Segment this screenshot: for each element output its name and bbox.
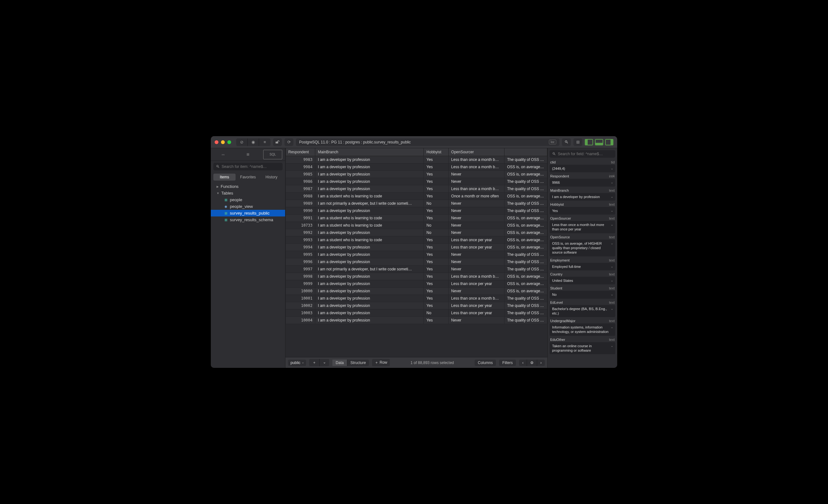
page-next-button[interactable]: › bbox=[537, 360, 545, 366]
cell[interactable]: 9986 bbox=[286, 178, 315, 185]
maximize-window-button[interactable] bbox=[227, 140, 231, 144]
inspector-search[interactable]: 🔍︎ Search for field: ^name$… bbox=[549, 150, 615, 158]
toggle-left-panel[interactable] bbox=[585, 139, 593, 145]
table-row[interactable]: 9991I am a student who is learning to co… bbox=[286, 215, 547, 222]
cell[interactable]: Yes bbox=[424, 178, 449, 185]
field-value[interactable]: Taken an online course in programming or… bbox=[549, 342, 615, 354]
table-row[interactable]: 10003I am a developer by professionNoLes… bbox=[286, 309, 547, 317]
cell[interactable]: I am a developer by profession bbox=[315, 207, 424, 215]
cell[interactable]: 9990 bbox=[286, 207, 315, 215]
field-value[interactable]: United States bbox=[549, 277, 615, 284]
cell[interactable]: OSS is, on average, o… bbox=[504, 288, 547, 295]
cell[interactable]: Yes bbox=[424, 295, 449, 302]
table-row[interactable]: 9997I am not primarily a developer, but … bbox=[286, 266, 547, 273]
cell[interactable]: I am a student who is learning to code bbox=[315, 193, 424, 200]
cell[interactable]: 10000 bbox=[286, 288, 315, 295]
cell[interactable]: Yes bbox=[424, 288, 449, 295]
field-value[interactable]: Less than once a month but more than onc… bbox=[549, 221, 615, 233]
cell[interactable]: Yes bbox=[424, 171, 449, 178]
preview-icon[interactable]: ◉ bbox=[248, 138, 259, 146]
columns-button[interactable]: Columns bbox=[474, 360, 496, 366]
cell[interactable]: OSS is, on average, o… bbox=[504, 273, 547, 280]
cell[interactable]: Less than once a month b… bbox=[449, 185, 504, 193]
cancel-icon[interactable]: ⊘ bbox=[236, 138, 248, 146]
cell[interactable]: Less than once a month b… bbox=[449, 295, 504, 302]
cell[interactable]: 9996 bbox=[286, 258, 315, 266]
page-settings-button[interactable]: ⚙ bbox=[527, 360, 537, 366]
cell[interactable]: Less than once a month b… bbox=[449, 156, 504, 163]
cell[interactable]: 9991 bbox=[286, 215, 315, 222]
cell[interactable]: 9992 bbox=[286, 229, 315, 237]
field-value[interactable]: No bbox=[549, 291, 615, 298]
refresh-icon[interactable]: ⟳ bbox=[285, 138, 293, 146]
cell[interactable]: 9985 bbox=[286, 171, 315, 178]
cell[interactable]: 10002 bbox=[286, 302, 315, 309]
cell[interactable]: Yes bbox=[424, 266, 449, 273]
sidebar-table-survey_results_schema[interactable]: ▦survey_results_schema bbox=[211, 216, 285, 223]
cell[interactable]: Yes bbox=[424, 280, 449, 288]
cell[interactable]: 9994 bbox=[286, 244, 315, 251]
table-row[interactable]: 9983I am a developer by professionYesLes… bbox=[286, 156, 547, 163]
add-menu-button[interactable]: ⌄ bbox=[320, 359, 329, 366]
cell[interactable]: I am a developer by profession bbox=[315, 178, 424, 185]
cell[interactable]: Never bbox=[449, 317, 504, 324]
cell[interactable]: The quality of OSS a… bbox=[504, 251, 547, 258]
table-row[interactable]: 10733I am a student who is learning to c… bbox=[286, 222, 547, 229]
add-button[interactable]: ＋ bbox=[309, 359, 320, 366]
field-value[interactable]: OSS is, on average, of HIGHER quality th… bbox=[549, 240, 615, 256]
cell[interactable]: 9984 bbox=[286, 163, 315, 171]
minimize-window-button[interactable] bbox=[221, 140, 225, 144]
cell[interactable]: I am a developer by profession bbox=[315, 258, 424, 266]
structure-tab[interactable]: Structure bbox=[347, 360, 369, 366]
col-header-hobbyist[interactable]: Hobbyist bbox=[424, 148, 449, 156]
cell[interactable]: Never bbox=[449, 251, 504, 258]
search-icon[interactable]: 🔍︎ bbox=[562, 138, 571, 146]
cell[interactable]: Never bbox=[449, 215, 504, 222]
inspector-body[interactable]: ctidtid(2449,4)Respondentint49966MainBra… bbox=[548, 160, 617, 368]
cell[interactable]: The quality of OSS a… bbox=[504, 178, 547, 185]
cell[interactable]: The quality of OSS a… bbox=[504, 309, 547, 317]
sidebar-search[interactable]: 🔍︎ Search for item: ^name$… bbox=[213, 163, 283, 170]
table-row[interactable]: 9990I am a developer by professionYesNev… bbox=[286, 207, 547, 215]
cell[interactable]: The quality of OSS a… bbox=[504, 207, 547, 215]
cell[interactable]: I am a developer by profession bbox=[315, 309, 424, 317]
tree-tables[interactable]: ▼ Tables bbox=[211, 190, 285, 197]
add-row-button[interactable]: ＋ Row bbox=[372, 359, 389, 366]
cell[interactable]: The quality of OSS a… bbox=[504, 302, 547, 309]
cell[interactable]: I am a developer by profession bbox=[315, 171, 424, 178]
cell[interactable]: 10733 bbox=[286, 222, 315, 229]
col-header-mainbranch[interactable]: MainBranch bbox=[315, 148, 424, 156]
col-header-respondent[interactable]: Respondent bbox=[286, 148, 315, 156]
cell[interactable]: OSS is, on average, o… bbox=[504, 193, 547, 200]
cell[interactable]: I am a developer by profession bbox=[315, 185, 424, 193]
table-row[interactable]: 9998I am a developer by professionYesLes… bbox=[286, 273, 547, 280]
cell[interactable]: Never bbox=[449, 266, 504, 273]
cell[interactable]: Never bbox=[449, 207, 504, 215]
cell[interactable]: Yes bbox=[424, 244, 449, 251]
cell[interactable]: 10004 bbox=[286, 317, 315, 324]
cell[interactable]: The quality of OSS a… bbox=[504, 185, 547, 193]
cell[interactable]: OSS is, on average, o… bbox=[504, 171, 547, 178]
table-row[interactable]: 9996I am a developer by professionYesNev… bbox=[286, 258, 547, 266]
cell[interactable]: OSS is, on average, o… bbox=[504, 280, 547, 288]
sql-icon[interactable]: SQL bbox=[263, 150, 282, 159]
field-value[interactable]: I am a developer by profession bbox=[549, 193, 615, 201]
toggle-bottom-panel[interactable] bbox=[595, 139, 603, 145]
cell[interactable]: I am a developer by profession bbox=[315, 295, 424, 302]
table-row[interactable]: 10000I am a developer by professionYesNe… bbox=[286, 288, 547, 295]
field-value[interactable]: (2449,4) bbox=[549, 165, 615, 172]
close-window-button[interactable] bbox=[215, 140, 218, 144]
lock-icon[interactable]: 🔓︎ bbox=[273, 138, 282, 146]
cell[interactable]: No bbox=[424, 229, 449, 237]
cell[interactable]: The quality of OSS a… bbox=[504, 200, 547, 207]
table-row[interactable]: 9999I am a developer by professionYesLes… bbox=[286, 280, 547, 288]
cell[interactable]: I am a developer by profession bbox=[315, 229, 424, 237]
cell[interactable]: Less than once per year bbox=[449, 302, 504, 309]
grid-view-icon[interactable]: ⊞ bbox=[573, 138, 582, 146]
table-row[interactable]: 9992I am a developer by professionNoNeve… bbox=[286, 229, 547, 237]
cell[interactable]: I am a developer by profession bbox=[315, 317, 424, 324]
field-value[interactable]: Information systems, information technol… bbox=[549, 324, 615, 336]
tree-functions[interactable]: ▶ Functions bbox=[211, 183, 285, 190]
cell[interactable]: Never bbox=[449, 222, 504, 229]
cell[interactable]: Yes bbox=[424, 302, 449, 309]
